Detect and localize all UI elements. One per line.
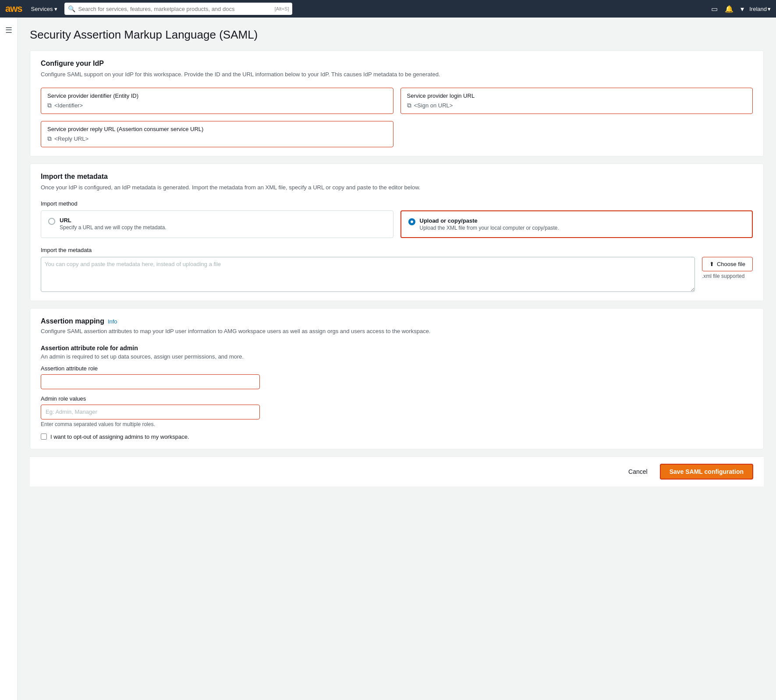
page-title: Security Assertion Markup Language (SAML… — [30, 28, 764, 42]
url-option-title: URL — [60, 217, 167, 224]
import-method-upload-option[interactable]: Upload or copy/paste Upload the XML file… — [400, 210, 753, 238]
save-saml-button[interactable]: Save SAML configuration — [660, 464, 753, 480]
idp-reply-url-box: Service provider reply URL (Assertion co… — [41, 121, 393, 147]
assertion-mapping-desc: Configure SAML assertion attributes to m… — [41, 327, 753, 336]
idp-entity-id-box: Service provider identifier (Entity ID) … — [41, 88, 393, 114]
metadata-textarea[interactable] — [41, 257, 695, 292]
copy-reply-url-icon[interactable]: ⧉ — [47, 135, 52, 142]
bell-icon-button[interactable]: 🔔 — [723, 3, 735, 15]
upload-option-desc: Upload the XML file from your local comp… — [420, 225, 559, 231]
assertion-attribute-role-label: Assertion attribute role — [41, 365, 753, 372]
configure-idp-card: Configure your IdP Configure SAML suppor… — [30, 50, 764, 156]
admin-role-desc: An admin is required to set up data sour… — [41, 353, 753, 360]
sidebar-toggle: ☰ — [0, 18, 18, 700]
region-chevron-icon: ▾ — [768, 6, 771, 12]
main-content: Security Assertion Markup Language (SAML… — [18, 18, 776, 700]
top-navigation: aws Services ▾ 🔍 [Alt+S] ▭ 🔔 ▾ Ireland ▾ — [0, 0, 776, 18]
idp-reply-url-value: ⧉ <Reply URL> — [47, 135, 387, 142]
configure-idp-desc: Configure SAML support on your IdP for t… — [41, 70, 753, 79]
opt-out-checkbox[interactable] — [41, 434, 47, 440]
admin-role-values-input[interactable] — [41, 405, 260, 419]
idp-login-url-value: ⧉ <Sign on URL> — [407, 102, 747, 109]
choose-file-area: ⬆ Choose file .xml file supported — [702, 257, 753, 279]
assertion-mapping-title: Assertion mapping — [41, 317, 104, 325]
assertion-attribute-role-input[interactable] — [41, 374, 260, 389]
url-radio-button[interactable] — [48, 218, 55, 225]
import-method-options: URL Specify a URL and we will copy the m… — [41, 210, 753, 238]
search-bar: 🔍 [Alt+S] — [64, 3, 292, 15]
search-input[interactable] — [78, 6, 272, 12]
import-method-label: Import method — [41, 200, 753, 207]
choose-file-button[interactable]: ⬆ Choose file — [702, 257, 753, 271]
assertion-mapping-header: Assertion mapping Info — [41, 317, 753, 325]
idp-entity-id-label: Service provider identifier (Entity ID) — [47, 92, 387, 99]
import-metadata-desc: Once your IdP is configured, an IdP meta… — [41, 183, 753, 192]
idp-entity-id-value: ⧉ <Identifier> — [47, 102, 387, 109]
region-selector[interactable]: Ireland ▾ — [749, 6, 771, 12]
aws-logo: aws — [5, 4, 22, 14]
upload-radio-button[interactable] — [408, 218, 415, 225]
assertion-mapping-info-link[interactable]: Info — [108, 318, 117, 325]
upload-icon: ⬆ — [709, 261, 714, 267]
import-method-url-option[interactable]: URL Specify a URL and we will copy the m… — [41, 210, 393, 238]
xml-supported-text: .xml file supported — [702, 273, 744, 279]
terminal-icon-button[interactable]: ▭ — [709, 3, 719, 15]
import-metadata-title: Import the metadata — [41, 173, 753, 181]
upload-option-title: Upload or copy/paste — [420, 217, 559, 224]
metadata-section: ⬆ Choose file .xml file supported — [41, 257, 753, 292]
opt-out-label: I want to opt-out of assigning admins to… — [50, 434, 189, 440]
nav-icons: ▭ 🔔 ▾ Ireland ▾ — [709, 3, 771, 15]
idp-login-url-label: Service provider login URL — [407, 92, 747, 99]
admin-role-values-label: Admin role values — [41, 395, 753, 402]
assertion-mapping-card: Assertion mapping Info Configure SAML as… — [30, 308, 764, 449]
idp-reply-url-label: Service provider reply URL (Assertion co… — [47, 126, 387, 132]
cancel-button[interactable]: Cancel — [621, 465, 655, 479]
idp-login-url-box: Service provider login URL ⧉ <Sign on UR… — [400, 88, 753, 114]
import-metadata-card: Import the metadata Once your IdP is con… — [30, 163, 764, 302]
page-layout: ☰ Security Assertion Markup Language (SA… — [0, 18, 776, 700]
services-menu-button[interactable]: Services ▾ — [28, 4, 61, 14]
admin-role-hint: Enter comma separated values for multipl… — [41, 421, 753, 427]
opt-out-checkbox-row: I want to opt-out of assigning admins to… — [41, 434, 753, 440]
search-shortcut: [Alt+S] — [275, 6, 289, 11]
settings-dropdown-button[interactable]: ▾ — [739, 3, 746, 15]
chevron-down-icon: ▾ — [54, 6, 57, 12]
copy-entity-id-icon[interactable]: ⧉ — [47, 102, 52, 109]
admin-role-subtitle: Assertion attribute role for admin — [41, 345, 753, 352]
copy-login-url-icon[interactable]: ⧉ — [407, 102, 411, 109]
configure-idp-title: Configure your IdP — [41, 60, 753, 68]
footer-actions: Cancel Save SAML configuration — [30, 456, 764, 487]
metadata-textarea-label: Import the metadata — [41, 247, 753, 253]
idp-fields-grid: Service provider identifier (Entity ID) … — [41, 88, 753, 147]
hamburger-icon[interactable]: ☰ — [3, 23, 15, 38]
url-option-desc: Specify a URL and we will copy the metad… — [60, 224, 167, 231]
search-icon: 🔍 — [68, 5, 75, 12]
